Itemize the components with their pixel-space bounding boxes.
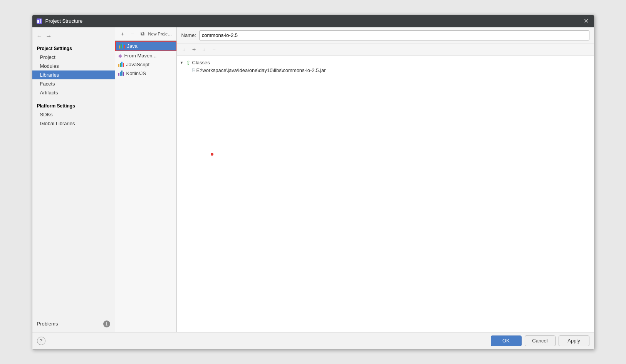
- classes-icon: ⇧: [186, 60, 191, 66]
- maven-library-icon: ◆: [118, 53, 122, 59]
- sidebar-item-libraries[interactable]: Libraries: [32, 70, 115, 79]
- name-input[interactable]: [199, 30, 589, 40]
- cancel-button[interactable]: Cancel: [525, 335, 556, 346]
- jar-file-icon: ⎘: [192, 67, 195, 73]
- sidebar-item-sdks[interactable]: SDKs: [32, 110, 115, 119]
- middle-panel: + − ⧉ New Project Library Java: [115, 27, 177, 332]
- java-library-label: Java: [127, 43, 138, 49]
- title-bar: Project Structure ✕: [32, 15, 594, 27]
- right-content: ▼ ⇧ Classes ⎘ E:\workspace\java\idea\one…: [177, 56, 594, 332]
- tree-classes-row: ▼ ⇧ Classes: [180, 59, 591, 67]
- problems-badge: 1: [103, 320, 110, 327]
- add-library-button[interactable]: +: [118, 30, 127, 38]
- kotlin-library-icon: [118, 70, 124, 76]
- ok-button[interactable]: OK: [491, 335, 522, 346]
- library-item-kotlin-js[interactable]: Kotlin/JS: [115, 69, 176, 78]
- apply-button[interactable]: Apply: [559, 335, 589, 346]
- middle-toolbar: + − ⧉ New Project Library: [115, 27, 176, 41]
- library-item-java[interactable]: Java: [115, 41, 176, 51]
- classes-label: Classes: [192, 60, 210, 65]
- right-panel: Name: + ✛ + − ▼ ⇧ Classes ⎘ E:\workspace: [177, 27, 594, 332]
- problems-label: Problems: [37, 321, 103, 327]
- app-icon: [36, 18, 42, 24]
- forward-button[interactable]: →: [45, 32, 53, 40]
- library-list: Java ◆ From Maven... JavaScript: [115, 41, 176, 332]
- javascript-library-label: JavaScript: [126, 62, 150, 67]
- svg-rect-2: [40, 19, 41, 23]
- sidebar-item-global-libraries[interactable]: Global Libraries: [32, 119, 115, 128]
- tree-jar-row[interactable]: ⎘ E:\workspace\java\idea\one\day10\libs\…: [180, 67, 591, 74]
- red-dot: [211, 153, 213, 156]
- js-library-icon: [118, 62, 124, 67]
- help-button[interactable]: ?: [37, 337, 45, 345]
- red-dot-container: [211, 151, 591, 157]
- remove-library-button[interactable]: −: [128, 30, 137, 38]
- maven-library-label: From Maven...: [124, 53, 157, 59]
- right-add-alt-button[interactable]: ✛: [190, 45, 198, 54]
- kotlin-library-label: Kotlin/JS: [126, 70, 146, 76]
- copy-library-button[interactable]: ⧉: [138, 30, 147, 38]
- jar-path-label: E:\workspace\java\idea\one\day10\libs\co…: [196, 67, 326, 73]
- svg-rect-1: [37, 20, 39, 23]
- bottom-bar: ? OK Cancel Apply: [32, 332, 594, 349]
- java-library-icon: [119, 43, 125, 49]
- sidebar-problems[interactable]: Problems 1: [32, 319, 115, 329]
- sidebar-item-project[interactable]: Project: [32, 53, 115, 62]
- library-item-from-maven[interactable]: ◆ From Maven...: [115, 51, 176, 60]
- name-field-label: Name:: [181, 32, 196, 38]
- back-button[interactable]: ←: [35, 32, 44, 40]
- new-library-label: New Project Library: [148, 32, 173, 36]
- project-settings-section-title: Project Settings: [32, 44, 115, 53]
- sidebar-item-modules[interactable]: Modules: [32, 62, 115, 70]
- right-remove-button[interactable]: −: [210, 45, 218, 54]
- library-item-javascript[interactable]: JavaScript: [115, 60, 176, 69]
- project-structure-dialog: Project Structure ✕ ← → Project Settings…: [32, 15, 594, 350]
- sidebar-item-facets[interactable]: Facets: [32, 79, 115, 88]
- sidebar: ← → Project Settings Project Modules Lib…: [32, 27, 115, 332]
- right-toolbar: + ✛ + −: [177, 44, 594, 56]
- dialog-body: ← → Project Settings Project Modules Lib…: [32, 27, 594, 332]
- dialog-title: Project Structure: [45, 18, 582, 24]
- close-button[interactable]: ✕: [582, 17, 590, 25]
- sidebar-item-artifacts[interactable]: Artifacts: [32, 88, 115, 97]
- classes-chevron: ▼: [180, 60, 185, 65]
- name-bar: Name:: [177, 27, 594, 44]
- right-add-button[interactable]: +: [180, 45, 188, 54]
- right-add2-button[interactable]: +: [200, 45, 208, 54]
- platform-settings-section-title: Platform Settings: [32, 101, 115, 110]
